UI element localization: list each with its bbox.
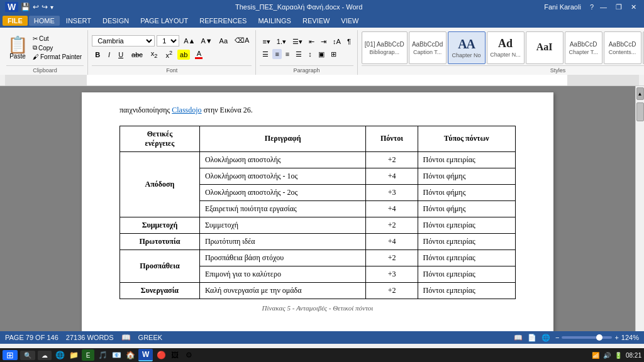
clear-format-btn[interactable]: ⌫A — [232, 35, 252, 46]
title-bar: W 💾 ↩ ↪ ▾ Thesis_ΠΕΣ_Καραολή Φανή.docx -… — [0, 0, 644, 14]
numbering-btn[interactable]: 1.▾ — [274, 36, 289, 47]
language-indicator: GREEK — [138, 334, 163, 341]
view-read-icon[interactable]: 📖 — [514, 334, 523, 342]
settings-btn[interactable]: ⚙ — [183, 349, 194, 361]
category-prototypia: Πρωτοτυπία — [120, 233, 200, 250]
multilevel-btn[interactable]: ☰▾ — [290, 36, 305, 47]
type-5: Πόντοι εμπειρίας — [418, 217, 515, 233]
excel-btn[interactable]: E — [82, 349, 94, 361]
menu-home[interactable]: HOME — [29, 16, 60, 26]
paragraph-label: Paragraph — [260, 65, 353, 74]
change-case-btn[interactable]: Aa — [217, 36, 230, 46]
photos-btn[interactable]: 🖼 — [169, 349, 180, 361]
desc-symmetoxi: Συμμετοχή — [199, 217, 366, 233]
quick-access-undo[interactable]: ↩ — [33, 3, 39, 11]
zoom-slider[interactable] — [562, 336, 612, 339]
category-synergasia: Συνεργασία — [120, 282, 200, 299]
style-aabbccd-btn[interactable]: AaBbCcD Chapter T... — [565, 31, 602, 64]
proofing-icon: 📖 — [121, 333, 131, 342]
align-right-btn[interactable]: ≡ — [283, 49, 292, 59]
mail-btn[interactable]: 📧 — [111, 349, 122, 361]
style-chapter-n-btn[interactable]: Аd Chapter N... — [487, 31, 525, 64]
font-size-dropdown[interactable]: 12 — [157, 35, 179, 47]
document-scroll[interactable]: παιχνιδοποίησης Classdojo στην Εικόνα 26… — [0, 86, 635, 331]
format-painter-button[interactable]: 🖌 Format Painter — [31, 53, 84, 61]
style-chapter-no-btn[interactable]: AА Chapter No — [448, 31, 486, 64]
bullets-btn[interactable]: ≡▾ — [260, 36, 272, 47]
superscript-btn[interactable]: x2 — [162, 48, 175, 60]
shading-btn[interactable]: ▣ — [316, 49, 327, 60]
explorer-btn[interactable]: 📁 — [68, 349, 79, 361]
bold-btn[interactable]: B — [92, 50, 103, 60]
title-bar-controls: Fani Karaoli ? — ❐ ✕ — [544, 3, 639, 11]
category-apodosi: Απόδοση — [120, 151, 200, 217]
menu-review[interactable]: REVIEW — [297, 16, 335, 26]
zoom-out-btn[interactable]: − — [555, 334, 559, 341]
align-left-btn[interactable]: ☰ — [260, 49, 271, 60]
menu-insert[interactable]: INSERT — [61, 16, 96, 26]
taskview-btn[interactable]: ☁ — [38, 351, 52, 360]
quick-access-save[interactable]: 💾 — [21, 3, 30, 11]
styles-label: Styles — [362, 65, 644, 74]
subscript-btn[interactable]: x2 — [148, 48, 161, 60]
style-chapter-nt-btn[interactable]: AaI — [526, 31, 564, 64]
home-btn[interactable]: 🏠 — [125, 349, 136, 361]
format-painter-label: Format Painter — [40, 53, 82, 60]
borders-btn[interactable]: ⊞ — [328, 49, 339, 60]
status-left: PAGE 79 OF 146 27136 WORDS 📖 GREEK — [5, 333, 162, 342]
paste-button[interactable]: 📋 Paste — [6, 35, 29, 61]
align-justify-btn[interactable]: ☰ — [293, 49, 304, 60]
font-color-btn[interactable]: A — [192, 48, 206, 60]
help-btn[interactable]: ? — [590, 3, 594, 11]
font-increase-btn[interactable]: A▲ — [181, 36, 197, 46]
underline-btn[interactable]: U — [115, 50, 126, 60]
view-print-icon[interactable]: 📄 — [528, 334, 536, 342]
strikethrough-btn[interactable]: abc — [128, 50, 146, 60]
restore-btn[interactable]: ❐ — [613, 3, 625, 11]
close-btn[interactable]: ✕ — [628, 3, 639, 11]
points-2: +4 — [366, 168, 418, 184]
col-header-desc: Περιγραφή — [199, 126, 366, 151]
menu-references[interactable]: REFERENCES — [194, 16, 252, 26]
desc-oloklirosi-1: Ολοκλήρωση αποστολής — [199, 151, 366, 168]
style-bibliog-btn[interactable]: [01] AaBbCcD Bibliograp... — [362, 31, 408, 64]
edge-btn[interactable]: 🌐 — [54, 349, 65, 361]
menu-design[interactable]: DESIGN — [97, 16, 134, 26]
italic-btn[interactable]: I — [105, 50, 113, 60]
font-name-dropdown[interactable]: Cambria — [92, 35, 155, 47]
minimize-btn[interactable]: — — [597, 3, 609, 11]
quick-access-redo[interactable]: ↪ — [42, 3, 48, 11]
menu-file[interactable]: FILE — [3, 16, 28, 26]
text-highlight-btn[interactable]: ab — [177, 50, 190, 60]
zoom-in-btn[interactable]: + — [614, 334, 618, 341]
clipboard-label: Clipboard — [6, 65, 84, 74]
type-7: Πόντοι εμπειρίας — [418, 250, 515, 266]
start-btn[interactable]: ⊞ — [3, 350, 18, 360]
search-btn[interactable]: 🔍 — [20, 351, 35, 360]
align-center-btn[interactable]: ≡ — [272, 49, 281, 59]
table-row: Πρωτοτυπία Πρωτότυπη ιδέα +4 Πόντοι εμπε… — [120, 233, 516, 250]
vertical-scrollbar[interactable]: ▲ — [635, 86, 644, 331]
music-btn[interactable]: 🎵 — [97, 349, 108, 361]
style-contents-btn[interactable]: AaBbCcD Contents... — [604, 31, 641, 64]
show-marks-btn[interactable]: ¶ — [345, 36, 353, 47]
font-decrease-btn[interactable]: A▼ — [198, 36, 214, 46]
menu-view[interactable]: VIEW — [336, 16, 364, 26]
sort-btn[interactable]: ↕A — [330, 36, 343, 47]
menu-mailings[interactable]: MAILINGS — [253, 16, 296, 26]
cut-button[interactable]: ✂ Cut — [31, 35, 84, 43]
points-1: +2 — [366, 151, 418, 168]
taskbar: ⊞ 🔍 ☁ 🌐 📁 E 🎵 📧 🏠 W 🔴 🖼 ⚙ 📶 🔊 🔋 08:21 — [0, 348, 644, 362]
chrome-btn[interactable]: 🔴 — [155, 349, 167, 361]
desc-prototypi: Πρωτότυπη ιδέα — [199, 233, 366, 250]
copy-button[interactable]: ⧉ Copy — [31, 43, 84, 52]
line-spacing-btn[interactable]: ↕ — [306, 49, 314, 59]
word-taskbar-btn[interactable]: W — [138, 349, 153, 361]
menu-page-layout[interactable]: PAGE LAYOUT — [135, 16, 193, 26]
view-web-icon[interactable]: 🌐 — [541, 334, 550, 342]
increase-indent-btn[interactable]: ⇥ — [318, 36, 329, 47]
decrease-indent-btn[interactable]: ⇤ — [306, 36, 317, 47]
desc-oloklirosi-2: Ολοκλήρωση αποστολής - 1ος — [199, 168, 366, 184]
style-caption-btn[interactable]: AaBbCcDd Caption T... — [409, 31, 447, 64]
zoom-control[interactable]: − + 124% — [555, 334, 639, 341]
